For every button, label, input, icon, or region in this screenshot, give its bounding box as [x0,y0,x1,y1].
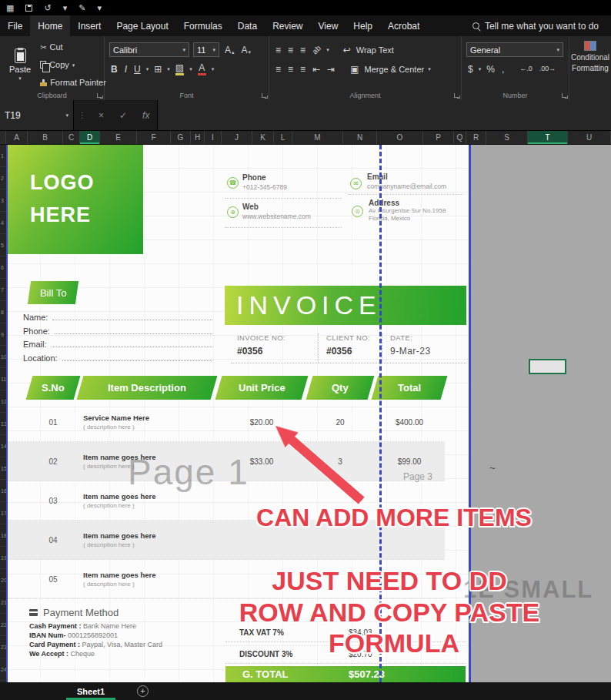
font-size-select[interactable]: 11 ▾ [193,42,219,57]
paste-button[interactable]: Paste ▾ [5,40,35,89]
column-header-H[interactable]: H [191,131,205,144]
comma-style-button[interactable]: , [500,64,506,75]
chevron-down-icon[interactable]: ▾ [428,66,431,72]
grow-font-button[interactable]: A▴ [223,45,236,55]
name-box[interactable]: T19 ▾ [0,100,74,130]
column-header-S[interactable]: S [486,131,528,144]
menu-tab-data[interactable]: Data [230,15,265,36]
row-header-2[interactable]: 2 [0,167,6,189]
chevron-down-icon[interactable]: ▾ [212,66,215,72]
conditional-formatting-button[interactable]: Conditional [571,53,609,62]
format-painter-button[interactable]: Format Painter [40,78,106,87]
orientation-button[interactable]: ab [309,42,324,57]
sheet-grid[interactable]: 123456789101112131415161718192021222324 … [0,145,611,682]
undo-menu-caret-icon[interactable]: ▾ [63,4,68,12]
row-header-11[interactable]: 11 [0,368,6,390]
column-header-C[interactable]: C [63,131,80,144]
column-header-Q[interactable]: Q [454,131,466,144]
row-header-14[interactable]: 14 [0,435,6,457]
row-header-22[interactable]: 22 [0,614,6,636]
accounting-format-button[interactable]: $ [466,64,475,75]
menu-tab-file[interactable]: File [0,15,30,36]
row-header-15[interactable]: 15 [0,457,6,480]
menu-tab-page-layout[interactable]: Page Layout [109,15,175,36]
row-header-5[interactable]: 5 [0,234,6,256]
annotation-note-3[interactable]: ROW AND COPY PASTE [239,598,539,628]
menu-tab-view[interactable]: View [311,15,346,36]
dialog-launcher-icon[interactable] [262,93,266,98]
column-header-I[interactable]: I [205,131,222,144]
italic-button[interactable]: I [123,64,129,75]
billto-field-email[interactable]: Email: [23,337,212,349]
billto-field-phone[interactable]: Phone: [23,323,212,336]
insert-function-button[interactable]: fx [135,110,157,121]
decrease-indent-button[interactable]: ⇤ [311,64,322,75]
menu-tab-acrobat[interactable]: Acrobat [380,15,427,36]
percent-style-button[interactable]: % [485,64,496,75]
row-header-1[interactable]: 1 [0,145,6,167]
shrink-font-button[interactable]: A▾ [240,45,253,55]
row-header-6[interactable]: 6 [0,256,6,279]
row-header-9[interactable]: 9 [0,323,6,346]
column-header-E[interactable]: E [100,131,137,144]
column-header-U[interactable]: U [568,131,611,144]
column-header-J[interactable]: J [222,131,252,144]
column-header-T[interactable]: T [528,131,568,144]
merge-center-button[interactable]: Merge & Center [365,65,425,74]
row-header-23[interactable]: 23 [0,636,6,658]
wrap-text-button[interactable]: Wrap Text [356,45,394,55]
add-sheet-button[interactable]: + [137,685,149,697]
grid-icon[interactable]: ▦ [6,4,14,12]
copy-button[interactable]: Copy ▾ [40,60,106,69]
column-header-K[interactable]: K [252,131,274,144]
column-header-F[interactable]: F [137,131,171,144]
annotation-note-2[interactable]: JUST NEED TO DD [272,566,506,596]
pen-icon[interactable]: ✎ [78,4,85,12]
row-header-4[interactable]: 4 [0,212,6,234]
row-header-12[interactable]: 12 [0,390,6,413]
align-top-button[interactable]: ≡ [274,45,282,55]
column-header-O[interactable]: O [377,131,423,144]
align-bottom-button[interactable]: ≡ [299,45,307,55]
row-header-3[interactable]: 3 [0,189,6,212]
row-header-24[interactable]: 24 [0,658,6,681]
enter-button[interactable]: ✓ [112,110,135,121]
decrease-decimal-button[interactable]: .00→ [538,65,558,73]
row-header-18[interactable]: 18 [0,524,6,547]
row-header-10[interactable]: 10 [0,346,6,368]
bold-button[interactable]: B [109,64,119,75]
customize-toolbar-caret-icon[interactable]: ▾ [97,4,102,12]
row-header-20[interactable]: 20 [0,569,6,591]
logo-placeholder[interactable]: LOGO HERE [6,145,143,254]
align-center-button[interactable]: ≡ [286,64,295,75]
annotation-note-4[interactable]: FORMULA [329,628,459,658]
column-header-G[interactable]: G [171,131,191,144]
row-header-7[interactable]: 7 [0,279,6,301]
save-icon[interactable] [25,5,32,12]
chevron-down-icon[interactable]: ▾ [479,66,482,72]
column-header-D[interactable]: D [80,131,100,144]
chevron-down-icon[interactable]: ▾ [189,66,192,72]
select-all-corner[interactable] [0,131,6,144]
column-header-L[interactable]: L [274,131,292,144]
column-header-A[interactable]: A [6,131,28,144]
increase-decimal-button[interactable]: ←.0 [518,65,534,73]
increase-indent-button[interactable]: ⇥ [326,64,336,75]
cut-button[interactable]: ✂ Cut [40,42,106,52]
column-header-N[interactable]: N [343,131,377,144]
menu-tab-review[interactable]: Review [265,15,310,36]
billto-field-location[interactable]: Location: [23,350,212,363]
annotation-note-1[interactable]: CAN ADD MORE ITEMS [256,504,532,532]
column-header-M[interactable]: M [292,131,343,144]
chevron-down-icon[interactable]: ▾ [167,66,170,72]
align-left-button[interactable]: ≡ [274,64,282,75]
formula-bar-resize-handle[interactable]: ⋮ [74,111,91,119]
undo-icon[interactable]: ↺ [44,4,51,12]
formula-input[interactable] [157,100,611,130]
menu-tab-insert[interactable]: Insert [70,15,109,36]
billto-field-name[interactable]: Name: [23,310,212,322]
selected-cell[interactable] [529,359,566,374]
row-header-21[interactable]: 21 [0,591,6,614]
align-right-button[interactable]: ≡ [299,64,307,75]
font-family-select[interactable]: Calibri ▾ [109,42,189,57]
